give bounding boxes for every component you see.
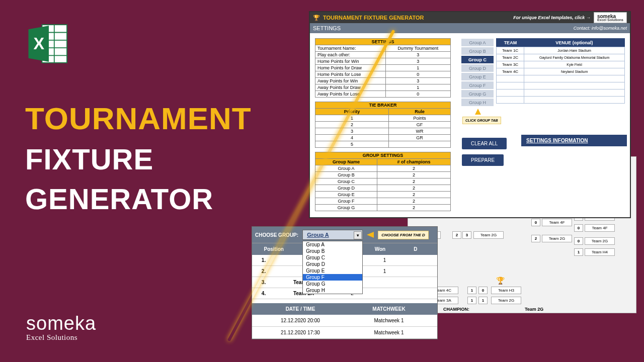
schedule-row: 21.12.2020 17:30Matchweek 1 <box>252 327 437 339</box>
bracket-cell: 3 <box>462 231 471 239</box>
brand-sub: Excel Solutions <box>26 333 96 342</box>
bracket-cell: 2 <box>452 231 461 239</box>
badge-sub: Excel Solutions <box>597 18 623 22</box>
choose-group-label: CHOOSE GROUP: <box>255 232 298 238</box>
bracket-cell: 2Team 2G <box>531 235 572 242</box>
window-title-bar: 🏆 TOURNAMENT FIXTURE GENERATOR For uniqu… <box>310 12 630 23</box>
click-group-hint: CLICK GROUP TAB <box>462 117 501 124</box>
choose-hint: CHOOSE FROM THE D <box>378 231 429 239</box>
dropdown-option[interactable]: Group C <box>303 254 362 261</box>
schedule-table: DATE / TIMEMATCHWEEK 12.12.2020 20:00Mat… <box>252 303 437 339</box>
chevron-down-icon[interactable]: ▼ <box>354 231 362 239</box>
bracket-cell: Team 2G <box>491 297 521 304</box>
champion-label: CHAMPION: <box>443 307 469 312</box>
group-tabs: Group AGroup BGroup CGroup DGroup EGroup… <box>461 38 494 107</box>
prepare-button[interactable]: PREPARE <box>462 154 504 166</box>
excel-icon: X <box>26 21 71 68</box>
bracket-cell: Team 2G <box>473 231 504 239</box>
dropdown-option[interactable]: Group F <box>303 274 362 281</box>
trophy-icon: 🏆 <box>313 15 320 21</box>
bracket-cell: Team H3 <box>491 287 521 294</box>
schedule-row: 12.12.2020 20:00Matchweek 1 <box>252 315 437 327</box>
champion-value: Team 2G <box>525 307 543 312</box>
brand-name: someka <box>26 313 96 334</box>
hero-title: TOURNAMENT FIXTURE GENERATOR <box>25 101 252 216</box>
dropdown-option[interactable]: Group B <box>303 248 362 254</box>
trophy-icon: 🏆 <box>496 277 505 285</box>
team-table: TEAMVENUE (optional)Team 1CJordan-Hare S… <box>496 38 625 104</box>
group-tab[interactable]: Group E <box>461 72 494 81</box>
brand-logo: someka Excel Solutions <box>26 313 96 342</box>
window-sub-bar: SETTINGS Contact: info@someka.net <box>310 23 630 33</box>
dropdown-option[interactable]: Group D <box>303 261 362 267</box>
group-tab[interactable]: Group H <box>461 98 494 107</box>
contact-text: Contact: info@someka.net <box>574 26 627 31</box>
settings-window: 🏆 TOURNAMENT FIXTURE GENERATOR For uniqu… <box>309 11 631 218</box>
group-dropdown[interactable]: Group A ▼ Group AGroup BGroup CGroup DGr… <box>302 230 363 240</box>
dropdown-list: Group AGroup BGroup CGroup DGroup EGroup… <box>302 241 363 294</box>
bracket-cell: 1 <box>467 287 476 294</box>
title-line-1: TOURNAMENT <box>25 101 252 136</box>
arrow-left-icon <box>367 232 374 238</box>
window-tagline: For unique Excel templates, click → <box>513 15 591 20</box>
bracket-cell: 0Team 2G <box>574 237 615 245</box>
title-line-2: FIXTURE <box>25 142 252 176</box>
bracket-cell: 1 <box>467 297 476 304</box>
window-title: TOURNAMENT FIXTURE GENERATOR <box>323 15 424 21</box>
group-settings-table: GROUP SETTINGSGroup Name# of championsGr… <box>315 152 451 211</box>
group-tab[interactable]: Group B <box>461 47 494 55</box>
dropdown-option[interactable]: Group G <box>303 281 362 287</box>
bracket-cell: 1Team H4 <box>574 248 615 256</box>
bracket-cell: 1 <box>478 297 488 304</box>
settings-info-box: SETTINGS INFORMATION <box>521 135 627 146</box>
group-tab[interactable]: Group D <box>461 64 494 72</box>
title-line-3: GENERATOR <box>25 182 252 216</box>
group-tab[interactable]: Group C <box>461 55 494 64</box>
someka-badge[interactable]: someka Excel Solutions <box>594 12 627 23</box>
dropdown-option[interactable]: Group E <box>303 267 362 274</box>
arrow-up-icon <box>475 109 481 115</box>
group-tab[interactable]: Group A <box>461 38 494 47</box>
group-tab[interactable]: Group G <box>461 89 494 98</box>
dropdown-option[interactable]: Group H <box>303 287 362 294</box>
group-tab[interactable]: Group F <box>461 81 494 89</box>
sub-title: SETTINGS <box>313 25 341 31</box>
clear-all-button[interactable]: CLEAR ALL <box>462 138 507 149</box>
bracket-cell: 0Team 4F <box>574 224 615 232</box>
dropdown-option[interactable]: Group A <box>303 241 362 248</box>
bracket-cell: 0 <box>478 287 488 294</box>
bracket-cell: 0Team 4F <box>531 219 572 226</box>
svg-text:X: X <box>33 35 44 53</box>
